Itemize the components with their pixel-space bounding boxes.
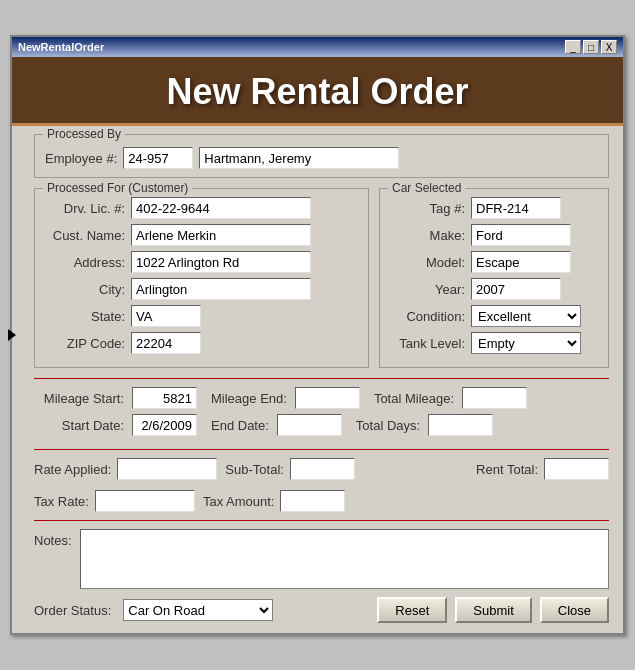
main-content: Processed By Employee #: Processed For (… [12,126,623,633]
rate-applied-label: Rate Applied: [34,462,111,477]
order-status-select[interactable]: Car On Road Returned Reserved [123,599,273,621]
city-label: City: [45,282,125,297]
end-date-input[interactable] [277,414,342,436]
window-title: NewRentalOrder [18,41,104,53]
total-mileage-input[interactable] [462,387,527,409]
model-label: Model: [390,255,465,270]
tag-input[interactable] [471,197,561,219]
subtotal-input[interactable] [290,458,355,480]
condition-label: Condition: [390,309,465,324]
cust-name-input[interactable] [131,224,311,246]
left-marker [8,329,16,341]
header-banner: New Rental Order [12,57,623,126]
title-bar: NewRentalOrder _ □ X [12,37,623,57]
total-mileage-label: Total Mileage: [374,391,454,406]
drv-lic-input[interactable] [131,197,311,219]
page-title: New Rental Order [12,71,623,113]
zip-label: ZIP Code: [45,336,125,351]
drv-lic-label: Drv. Lic. #: [45,201,125,216]
cust-name-row: Cust. Name: [45,224,358,246]
bottom-row: Order Status: Car On Road Returned Reser… [34,597,609,623]
cust-name-label: Cust. Name: [45,228,125,243]
subtotal-row: Sub-Total: [225,458,355,480]
maximize-button[interactable]: □ [583,40,599,54]
address-row: Address: [45,251,358,273]
year-label: Year: [390,282,465,297]
zip-input[interactable] [131,332,201,354]
state-input[interactable] [131,305,201,327]
subtotal-label: Sub-Total: [225,462,284,477]
tax-amount-input[interactable] [280,490,345,512]
main-window: NewRentalOrder _ □ X New Rental Order Pr… [10,35,625,635]
mileage-start-label: Mileage Start: [34,391,124,406]
section-processed-by: Processed By Employee #: [34,134,609,178]
tax-amount-row: Tax Amount: [203,490,346,512]
submit-button[interactable]: Submit [455,597,531,623]
rent-total-row: Rent Total: [476,458,609,480]
make-row: Make: [390,224,598,246]
minimize-button[interactable]: _ [565,40,581,54]
tax-rate-row: Tax Rate: [34,490,195,512]
tank-row: Tank Level: Empty 1/4 1/2 3/4 Full [390,332,598,354]
state-row: State: [45,305,358,327]
model-input[interactable] [471,251,571,273]
city-input[interactable] [131,278,311,300]
processed-by-label: Processed By [43,127,125,141]
zip-row: ZIP Code: [45,332,358,354]
section-car: Car Selected Tag #: Make: Model: Year: [379,188,609,368]
notes-textarea[interactable] [80,529,609,589]
tank-label: Tank Level: [390,336,465,351]
notes-section: Notes: [34,529,609,589]
section-rate: Rate Applied: Sub-Total: Rent Total: Tax… [34,458,609,521]
mileage-end-label: Mileage End: [211,391,287,406]
processed-by-row: Employee #: [45,147,598,169]
address-input[interactable] [131,251,311,273]
make-label: Make: [390,228,465,243]
customer-section-label: Processed For (Customer) [43,181,192,195]
mileage-start-input[interactable] [132,387,197,409]
tag-label: Tag #: [390,201,465,216]
total-days-input[interactable] [428,414,493,436]
city-row: City: [45,278,358,300]
year-row: Year: [390,278,598,300]
employee-name-input[interactable] [199,147,399,169]
title-bar-buttons: _ □ X [565,40,617,54]
make-input[interactable] [471,224,571,246]
address-label: Address: [45,255,125,270]
drv-lic-row: Drv. Lic. #: [45,197,358,219]
rate-applied-row: Rate Applied: [34,458,217,480]
condition-row: Condition: Excellent Good Fair Poor [390,305,598,327]
close-button[interactable]: Close [540,597,609,623]
notes-label: Notes: [34,533,72,589]
tax-amount-label: Tax Amount: [203,494,275,509]
order-status-label: Order Status: [34,603,111,618]
rent-total-input[interactable] [544,458,609,480]
car-section-label: Car Selected [388,181,465,195]
tax-rate-input[interactable] [95,490,195,512]
year-input[interactable] [471,278,561,300]
section-customer: Processed For (Customer) Drv. Lic. #: Cu… [34,188,369,368]
start-date-input[interactable] [132,414,197,436]
total-days-label: Total Days: [356,418,420,433]
state-label: State: [45,309,125,324]
mileage-end-input[interactable] [295,387,360,409]
tank-select[interactable]: Empty 1/4 1/2 3/4 Full [471,332,581,354]
tag-row: Tag #: [390,197,598,219]
section-mileage: Mileage Start: Mileage End: Total Mileag… [34,378,609,450]
tax-rate-label: Tax Rate: [34,494,89,509]
start-date-label: Start Date: [34,418,124,433]
close-button[interactable]: X [601,40,617,54]
rate-applied-input[interactable] [117,458,217,480]
employee-label: Employee #: [45,151,117,166]
model-row: Model: [390,251,598,273]
mileage-row-2: Start Date: End Date: Total Days: [34,414,609,436]
condition-select[interactable]: Excellent Good Fair Poor [471,305,581,327]
rent-total-label: Rent Total: [476,462,538,477]
middle-sections: Processed For (Customer) Drv. Lic. #: Cu… [34,188,609,368]
employee-number-input[interactable] [123,147,193,169]
end-date-label: End Date: [211,418,269,433]
mileage-row-1: Mileage Start: Mileage End: Total Mileag… [34,387,609,409]
reset-button[interactable]: Reset [377,597,447,623]
